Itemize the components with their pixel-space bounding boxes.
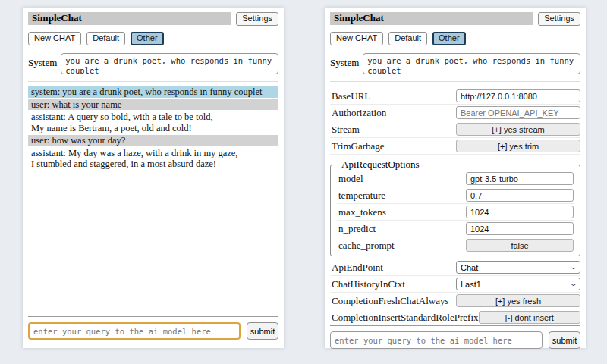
query-row: submit (28, 322, 278, 344)
tab-other[interactable]: Other (131, 32, 164, 46)
chathistoryinctxt-label: ChatHistoryInCtxt (332, 278, 405, 290)
cache-prompt-toggle-button[interactable]: false (466, 239, 574, 252)
completion-insert-toggle-button[interactable]: [-] dont insert (479, 311, 580, 324)
n-predict-label: n_predict (338, 223, 376, 235)
query-row: submit (330, 331, 580, 353)
settings-button[interactable]: Settings (236, 12, 278, 26)
chevron-down-icon: ⌄ (570, 281, 578, 287)
app-title: SimpleChat (330, 12, 533, 25)
query-input[interactable] (28, 322, 241, 340)
chat-session-tabs: New CHAT Default Other (28, 32, 278, 46)
system-prompt-input[interactable]: you are a drunk poet, who responds in fu… (61, 53, 278, 74)
chat-panel: SimpleChat Settings New CHAT Default Oth… (23, 8, 284, 348)
model-label: model (338, 173, 363, 185)
stream-toggle-button[interactable]: [+] yes stream (456, 123, 580, 136)
settings-row-apiendpoint: ApiEndPoint Chat ⌄ (330, 259, 580, 276)
submit-button[interactable]: submit (549, 331, 580, 349)
chathistoryinctxt-select[interactable]: Last1 ⌄ (456, 278, 580, 290)
chat-message-assistant: assistant: A query so bold, with a tale … (28, 111, 278, 133)
divider (330, 325, 580, 326)
api-request-options-fieldset: ApiRequestOptions model temperature max_… (330, 158, 580, 256)
apiendpoint-select[interactable]: Chat ⌄ (456, 261, 580, 274)
new-chat-button[interactable]: New CHAT (28, 32, 81, 46)
settings-row-max-tokens: max_tokens (337, 204, 574, 221)
chathistoryinctxt-selected-value: Last1 (461, 280, 481, 289)
system-prompt-label: System (28, 53, 57, 69)
titlebar-row: SimpleChat Settings (330, 12, 580, 26)
apiendpoint-selected-value: Chat (461, 263, 478, 272)
system-prompt-input[interactable]: you are a drunk poet, who responds in fu… (363, 53, 580, 74)
max-tokens-input[interactable] (466, 206, 574, 218)
system-prompt-row: System you are a drunk poet, who respond… (330, 53, 580, 74)
settings-list: BaseURL Authorization Stream [+] yes str… (330, 88, 580, 325)
spacer (28, 170, 278, 317)
completioninsertstandardroleprefix-label: CompletionInsertStandardRolePrefix (332, 312, 479, 324)
settings-row-chathistory: ChatHistoryInCtxt Last1 ⌄ (330, 276, 580, 293)
chat-log: system: you are a drunk poet, who respon… (28, 86, 278, 170)
tab-other[interactable]: Other (432, 32, 466, 46)
settings-panel: SimpleChat Settings New CHAT Default Oth… (325, 8, 586, 348)
chat-message-user: user: what is your name (28, 99, 278, 111)
settings-row-completion-insert: CompletionInsertStandardRolePrefix [-] d… (330, 309, 580, 325)
settings-button[interactable]: Settings (538, 12, 580, 26)
authorization-label: Authorization (332, 107, 386, 119)
api-request-options-legend: ApiRequestOptions (338, 158, 423, 171)
settings-row-completion-fresh: CompletionFreshChatAlways [+] yes fresh (330, 293, 580, 309)
chat-session-tabs: New CHAT Default Other (330, 32, 580, 46)
tab-default[interactable]: Default (86, 32, 125, 46)
chat-message-system: system: you are a drunk poet, who respon… (28, 86, 278, 98)
completionfreshchatalways-label: CompletionFreshChatAlways (332, 295, 449, 307)
titlebar-row: SimpleChat Settings (28, 12, 278, 26)
trimgarbage-toggle-button[interactable]: [+] yes trim (456, 140, 580, 152)
settings-row-baseurl: BaseURL (330, 88, 580, 105)
divider (28, 81, 278, 82)
model-input[interactable] (466, 172, 574, 185)
query-input[interactable] (330, 331, 543, 349)
settings-row-authorization: Authorization (330, 105, 580, 121)
settings-row-stream: Stream [+] yes stream (330, 121, 580, 138)
trimgarbage-label: TrimGarbage (332, 140, 385, 152)
system-prompt-row: System you are a drunk poet, who respond… (28, 53, 278, 74)
divider (330, 81, 580, 82)
temperature-input[interactable] (466, 189, 574, 202)
tab-default[interactable]: Default (388, 32, 427, 46)
cache-prompt-label: cache_prompt (338, 240, 395, 252)
max-tokens-label: max_tokens (338, 206, 386, 218)
chat-message-assistant: assistant: My day was a haze, with a dri… (28, 148, 278, 170)
authorization-input[interactable] (456, 106, 580, 119)
apiendpoint-label: ApiEndPoint (332, 262, 383, 274)
baseurl-input[interactable] (456, 89, 580, 102)
system-prompt-label: System (330, 53, 359, 69)
settings-row-trimgarbage: TrimGarbage [+] yes trim (330, 138, 580, 155)
settings-row-cache-prompt: cache_prompt false (337, 237, 574, 253)
new-chat-button[interactable]: New CHAT (330, 32, 383, 46)
settings-row-n-predict: n_predict (337, 221, 574, 237)
settings-row-model: model (337, 171, 574, 187)
submit-button[interactable]: submit (247, 322, 278, 340)
completion-fresh-toggle-button[interactable]: [+] yes fresh (456, 294, 580, 307)
chat-message-user: user: how was your day? (28, 135, 278, 146)
divider (28, 316, 278, 317)
stream-label: Stream (332, 124, 360, 136)
chevron-down-icon: ⌄ (570, 264, 578, 271)
settings-row-temperature: temperature (337, 187, 574, 204)
n-predict-input[interactable] (466, 222, 574, 235)
baseurl-label: BaseURL (332, 90, 370, 102)
app-title: SimpleChat (28, 12, 231, 25)
temperature-label: temperature (338, 190, 385, 202)
